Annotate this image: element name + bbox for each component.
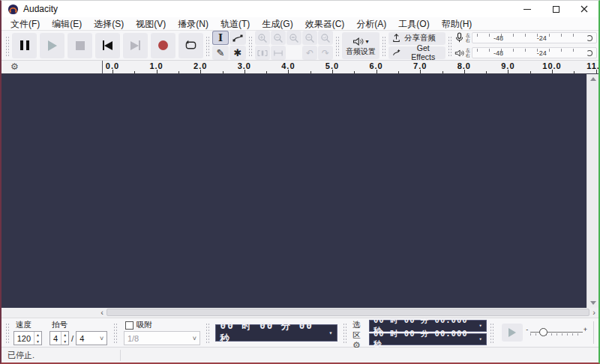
dropdown-caret-icon: ▾ (328, 330, 332, 336)
ruler-tick (376, 70, 377, 73)
ruler-label: 11.0 (586, 61, 598, 70)
stop-button[interactable] (68, 33, 92, 58)
skip-to-end-button[interactable] (123, 33, 148, 58)
upload-icon (392, 34, 400, 43)
toolbar-grip[interactable] (206, 35, 210, 56)
zoom-toggle-button[interactable] (318, 31, 333, 45)
envelope-tool-button[interactable] (230, 31, 246, 45)
menu-item[interactable]: 文件(F) (4, 17, 46, 31)
ruler-tick (420, 70, 421, 73)
scrollbar-thumb[interactable] (106, 309, 590, 316)
audio-setup-button[interactable]: ▾ 音频设置 (342, 32, 380, 59)
menu-item[interactable]: 帮助(H) (436, 17, 478, 31)
zoom-project-button[interactable] (302, 31, 317, 45)
toolbar-grip[interactable] (335, 35, 340, 56)
loop-button[interactable] (178, 33, 203, 58)
recording-meter[interactable]: 左右 -48 -24 (454, 31, 597, 45)
timesig-divider: / (71, 334, 74, 343)
ruler-tick (200, 70, 201, 73)
snap-select[interactable]: 1/8 ˅ (124, 331, 200, 345)
draw-tool-button[interactable]: ✎ (212, 46, 229, 60)
ruler-tick (112, 70, 113, 73)
timeline-ruler[interactable]: ⚙ 0.01.02.03.04.05.06.07.08.09.010.011.0 (2, 61, 598, 74)
recording-meter-track[interactable]: -48 -24 (472, 32, 597, 43)
redo-button[interactable]: ↷ (318, 46, 333, 60)
scroll-down-icon[interactable] (590, 301, 596, 305)
menu-item[interactable]: 编辑(E) (46, 17, 88, 31)
time-display[interactable]: 00 时 00 分 00 秒 ▾ (215, 324, 338, 342)
toolbar-grip[interactable] (206, 322, 210, 343)
play-speed-slider[interactable]: - + (526, 325, 587, 340)
dropdown-caret-icon: ▾ (479, 323, 482, 329)
ruler-tick (552, 70, 553, 73)
zoom-project-icon (304, 33, 315, 43)
menubar: 文件(F)编辑(E)选择(S)视图(V)播录(N)轨道(T)生成(G)效果器(C… (2, 17, 598, 31)
audacity-window: Audacity 文件(F)编辑(E)选择(S)视图(V)播录(N)轨道(T)生… (0, 0, 600, 364)
selection-tool-button[interactable]: I (212, 31, 229, 45)
timesig-lower-select[interactable]: 4 ˅ (76, 331, 107, 345)
play-at-speed-button[interactable] (502, 324, 524, 342)
dropdown-caret-icon: ▾ (365, 38, 368, 45)
ruler-tick (332, 70, 333, 73)
snap-checkbox[interactable] (125, 321, 134, 330)
maximize-button[interactable] (542, 1, 570, 17)
status-divider (120, 350, 121, 361)
zoom-in-button[interactable] (255, 31, 270, 45)
skip-to-start-button[interactable] (95, 33, 120, 58)
pause-button[interactable] (12, 33, 37, 58)
scroll-right-icon[interactable]: › (590, 308, 598, 318)
toolbar-grip[interactable] (5, 322, 10, 343)
speaker-small-icon (454, 49, 464, 58)
toolbar-grip[interactable] (448, 35, 452, 56)
dropdown-caret-icon: ▾ (479, 336, 482, 342)
channel-labels: 左右 (466, 33, 470, 43)
menu-item[interactable]: 分析(A) (350, 17, 392, 31)
spin-arrows-icon[interactable]: ▲▼ (34, 332, 41, 345)
playback-meter[interactable]: 左右 -48 -24 (454, 46, 597, 60)
menu-item[interactable]: 选择(S) (88, 17, 130, 31)
track-area[interactable] (2, 74, 598, 308)
menu-item[interactable]: 工具(O) (392, 17, 435, 31)
timeline-scale[interactable]: 0.01.02.03.04.05.06.07.08.09.010.011.0 (103, 61, 598, 73)
close-button[interactable] (570, 1, 598, 17)
playback-meter-track[interactable]: -48 -24 (472, 47, 597, 58)
toolbar-grip[interactable] (382, 35, 386, 56)
scroll-up-icon[interactable] (590, 77, 596, 81)
selection-section-labels: 选区 ⚙ (352, 320, 368, 345)
toolbar-grip[interactable] (113, 322, 118, 343)
toolbar-grip[interactable] (5, 35, 10, 56)
get-effects-button[interactable]: Get Effects (388, 46, 446, 59)
share-audio-button[interactable]: 分享音频 (388, 32, 446, 45)
time-value: 00 时 00 分 00 秒 (220, 320, 326, 345)
ruler-tick (178, 71, 179, 73)
spin-arrows-icon[interactable]: ▲▼ (61, 332, 68, 345)
toolbar-grip[interactable] (343, 322, 347, 343)
titlebar: Audacity (2, 1, 598, 17)
vertical-scrollbar[interactable] (586, 74, 598, 308)
toolbar-grip[interactable] (248, 35, 253, 56)
undo-button[interactable]: ↶ (302, 46, 317, 60)
horizontal-scrollbar[interactable]: ‹ › (98, 308, 598, 317)
timesig-upper-spinbox[interactable]: 4 ▲▼ (50, 331, 69, 345)
zoom-out-button[interactable] (271, 31, 286, 45)
trim-outside-selection-button[interactable] (255, 46, 270, 60)
tempo-spinbox[interactable]: 120 ▲▼ (14, 331, 42, 345)
menu-item[interactable]: 轨道(T) (214, 17, 256, 31)
minimize-button[interactable] (513, 1, 542, 17)
zoom-selection-button[interactable] (286, 31, 302, 45)
menu-item[interactable]: 生成(G) (256, 17, 298, 31)
toolbar-grip[interactable] (490, 322, 494, 343)
record-button[interactable] (151, 33, 176, 58)
menu-item[interactable]: 播录(N) (172, 17, 214, 31)
play-button[interactable] (40, 33, 64, 58)
selection-end-display[interactable]: 00 时 00 分 00.000 秒 ▾ (369, 333, 487, 345)
menu-item[interactable]: 视图(V) (130, 17, 172, 31)
multi-tool-button[interactable]: ✱ (230, 46, 246, 60)
time-signature-section: 拍号 4 ▲▼ / 4 ˅ (50, 320, 107, 345)
meter-toolbars: 左右 -48 -24 左右 -48 -24 (454, 31, 597, 60)
scroll-left-icon[interactable]: ‹ (98, 308, 106, 318)
silence-selection-button[interactable] (271, 46, 286, 60)
menu-item[interactable]: 效果器(C) (299, 17, 351, 31)
timeline-options-gear-icon[interactable]: ⚙ (10, 61, 19, 72)
zoom-selection-icon (289, 33, 299, 43)
